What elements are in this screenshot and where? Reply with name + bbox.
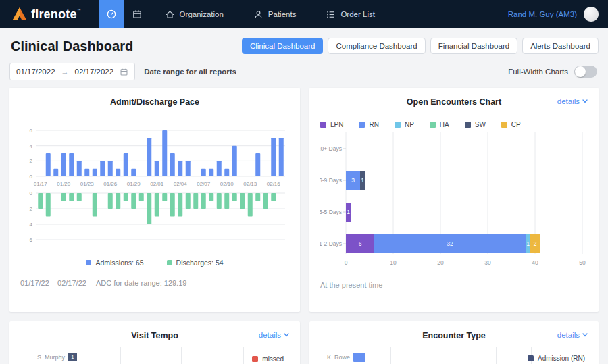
open-encounters-footer: At the present time — [320, 281, 588, 289]
legend-swatch — [395, 122, 401, 128]
legend-swatch — [252, 356, 258, 362]
date-end[interactable]: 02/17/2022 — [75, 68, 114, 76]
svg-text:10: 10 — [390, 259, 397, 266]
filter-row: 01/17/2022 → 02/17/2022 Date range for a… — [0, 54, 608, 80]
svg-text:6-9 Days: 6-9 Days — [320, 177, 342, 184]
svg-text:32: 32 — [447, 240, 453, 247]
chart-row: S. Murphy 1 — [37, 353, 77, 361]
svg-text:02/07: 02/07 — [197, 181, 211, 187]
footer-date-range: 01/17/22 – 02/17/22 — [20, 279, 86, 287]
firenote-logo-icon — [12, 7, 27, 21]
svg-text:1: 1 — [526, 240, 530, 247]
chart-row: K. Rowe — [327, 353, 365, 362]
nav-item-organization[interactable]: Organization — [150, 0, 238, 28]
gridline — [243, 347, 244, 364]
legend-item: Discharges: 54 — [167, 259, 224, 267]
svg-text:01/26: 01/26 — [103, 181, 118, 187]
visit-tempo-chart: S. Murphy 1 missed — [9, 347, 300, 364]
person-icon — [253, 9, 263, 20]
toggle-knob — [575, 66, 586, 77]
svg-text:02/10: 02/10 — [220, 181, 234, 187]
svg-text:3-5 Days: 3-5 Days — [320, 209, 342, 215]
tab-clinical-dashboard[interactable]: Clinical Dashboard — [242, 38, 324, 54]
tab-compliance-dashboard[interactable]: Compliance Dashboard — [328, 38, 425, 54]
row-badge: 1 — [68, 353, 77, 361]
brand[interactable]: firenote ™ — [0, 7, 99, 22]
nav-item-patients[interactable]: Patients — [238, 0, 311, 28]
nav-label-patients: Patients — [268, 10, 297, 18]
details-link[interactable]: details — [557, 331, 588, 339]
svg-text:50: 50 — [579, 259, 586, 266]
nav-item-order-list[interactable]: Order List — [311, 0, 390, 28]
svg-text:4: 4 — [30, 143, 33, 149]
legend-swatch — [86, 260, 91, 265]
gridline — [426, 347, 426, 364]
legend-label: Discharges: 54 — [176, 259, 224, 267]
svg-text:0: 0 — [30, 190, 33, 197]
legend-swatch — [465, 122, 471, 128]
legend-item-lpn: LPN — [320, 121, 343, 128]
legend-swatch — [501, 122, 507, 128]
details-label: details — [557, 331, 580, 339]
svg-text:02/04: 02/04 — [174, 181, 188, 187]
page-header: Clinical Dashboard Clinical Dashboard Co… — [0, 28, 608, 54]
top-nav: firenote ™ Organization Patients — [0, 0, 608, 28]
tab-alerts-dashboard[interactable]: Alerts Dashboard — [522, 38, 599, 54]
svg-text:01/29: 01/29 — [127, 181, 141, 187]
chart-title: Open Encounters Chart — [309, 88, 599, 107]
legend-label: NP — [405, 121, 414, 128]
avatar[interactable] — [584, 7, 599, 22]
date-range-caption: Date range for all reports — [144, 68, 236, 76]
legend-label: HA — [440, 121, 449, 128]
admit-discharge-footer: 01/17/22 – 02/17/22 ADC for date range: … — [20, 279, 289, 287]
open-encounters-chart: 0102030405010+ Days6-9 Days313-5 Days11-… — [320, 132, 588, 277]
encounter-type-chart: K. Rowe Admission (RN) — [309, 347, 599, 364]
details-link[interactable]: details — [259, 331, 289, 339]
svg-text:0: 0 — [345, 259, 348, 266]
list-icon — [326, 9, 336, 20]
legend-item-ha: HA — [430, 121, 449, 128]
legend-swatch — [167, 260, 172, 265]
legend-item-rn: RN — [359, 121, 378, 128]
svg-text:1: 1 — [361, 177, 364, 184]
brand-trademark: ™ — [77, 8, 81, 12]
legend-item-missed: missed — [252, 355, 284, 363]
chart-title: Encounter Type — [309, 321, 599, 340]
svg-text:20: 20 — [437, 259, 444, 266]
open-encounters-legend: LPNRNNPHASWCP — [320, 121, 599, 128]
nav-item-dashboard[interactable] — [99, 0, 124, 28]
admit-discharge-pace-chart: 0022446601/1701/2001/2301/2601/2902/0102… — [20, 120, 289, 250]
details-label: details — [557, 97, 580, 105]
gridline — [120, 347, 121, 364]
legend-item-admission-rn: Admission (RN) — [528, 355, 585, 362]
dashboard-gauge-icon — [106, 9, 117, 20]
admit-discharge-legend: Admissions: 65Discharges: 54 — [9, 259, 300, 267]
legend-swatch — [430, 122, 436, 128]
svg-text:01/23: 01/23 — [80, 181, 95, 187]
nav-item-calendar[interactable] — [124, 0, 150, 28]
details-link[interactable]: details — [557, 97, 588, 105]
chart-title: Visit Tempo — [9, 321, 300, 340]
brand-name: firenote — [31, 7, 77, 22]
date-start[interactable]: 01/17/2022 — [16, 68, 55, 76]
gridline — [496, 347, 497, 364]
gridline — [390, 347, 391, 364]
nav-label-organization: Organization — [180, 10, 224, 18]
legend-item: Admissions: 65 — [86, 259, 143, 267]
svg-text:1-2 Days: 1-2 Days — [320, 240, 342, 247]
svg-text:02/01: 02/01 — [150, 181, 164, 187]
chart-title: Admit/Discharge Pace — [9, 88, 300, 107]
home-icon — [165, 9, 175, 20]
svg-text:6: 6 — [359, 240, 362, 247]
user-menu[interactable]: Rand M. Guy (AM3) — [508, 10, 577, 18]
svg-text:40: 40 — [532, 259, 538, 266]
visit-tempo-card: details Visit Tempo S. Murphy 1 missed — [9, 321, 300, 364]
tab-financial-dashboard[interactable]: Financial Dashboard — [430, 38, 517, 54]
encounter-type-card: details Encounter Type K. Rowe Admission… — [309, 321, 599, 364]
legend-item-cp: CP — [501, 121, 521, 128]
dashboard-tabs: Clinical Dashboard Compliance Dashboard … — [242, 38, 599, 54]
date-range-input[interactable]: 01/17/2022 → 02/17/2022 — [9, 63, 135, 80]
admit-discharge-card: Admit/Discharge Pace 0022446601/1701/200… — [9, 88, 300, 312]
full-width-charts-toggle[interactable] — [574, 66, 597, 78]
legend-label: CP — [511, 121, 521, 128]
